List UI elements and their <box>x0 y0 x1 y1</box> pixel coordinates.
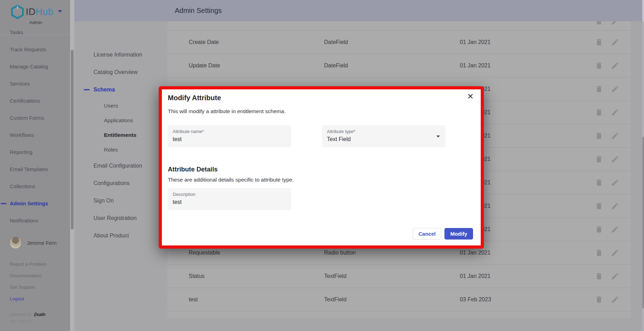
sidebar-item-admin-settings[interactable]: Admin Settings <box>0 195 70 212</box>
brand-name-primary: ID <box>26 7 36 17</box>
table-row-create-date: Create Date DateField 01 Jan 2021 <box>167 31 631 54</box>
cancel-button[interactable]: Cancel <box>413 228 441 240</box>
version-label: ver. master <box>10 319 31 324</box>
pencil-icon[interactable] <box>611 21 619 25</box>
brand-name: IDHub <box>26 7 53 17</box>
row-actions <box>595 272 619 280</box>
attribute-date-cell: 03 Feb 2023 <box>460 296 491 303</box>
sath-logo: ⟨/sath <box>33 311 45 317</box>
modal-subtitle: This will modify a attribute in entitlem… <box>168 108 286 115</box>
sidebar-footer: Report a ProblemDocumentationGet Support… <box>0 258 70 304</box>
sidebar-item-tasks[interactable]: Tasks <box>0 28 70 41</box>
trash-icon[interactable] <box>595 21 603 25</box>
attribute-type-value: Text Field <box>327 136 441 142</box>
table-row <box>167 21 631 31</box>
panel-item-configurations[interactable]: Configurations <box>74 175 167 192</box>
trash-icon[interactable] <box>595 61 603 70</box>
sidebar-footer-report-a-problem[interactable]: Report a Problem <box>0 258 70 270</box>
pencil-icon[interactable] <box>611 61 619 70</box>
panel-item-roles[interactable]: Roles <box>74 142 167 157</box>
sidebar-footer-documentation[interactable]: Documentation <box>0 270 70 281</box>
trash-icon[interactable] <box>595 85 603 93</box>
sidebar-item-notifications[interactable]: Notifications <box>0 212 70 224</box>
panel-item-entitlements[interactable]: Entitlements <box>74 128 167 142</box>
row-actions <box>595 108 619 117</box>
trash-icon[interactable] <box>595 132 603 140</box>
sidebar-item-custom-forms[interactable]: Custom Forms <box>0 109 70 126</box>
panel-item-about-product[interactable]: About Product <box>74 227 167 244</box>
pencil-icon[interactable] <box>611 155 619 163</box>
pencil-icon[interactable] <box>611 295 619 304</box>
sidebar-item-certifications[interactable]: Certifications <box>0 92 70 109</box>
row-actions <box>595 155 619 163</box>
panel-item-email-configuration[interactable]: Email Configuration <box>74 157 167 175</box>
trash-icon[interactable] <box>595 295 603 304</box>
trash-icon[interactable] <box>595 272 603 280</box>
chevron-down-icon[interactable] <box>58 10 62 13</box>
pencil-icon[interactable] <box>611 225 619 234</box>
sidebar-item-services[interactable]: Services <box>0 75 70 92</box>
attribute-name-cell: test <box>189 296 198 303</box>
close-icon[interactable]: ✕ <box>467 93 474 101</box>
trash-icon[interactable] <box>595 155 603 163</box>
attribute-type-cell: TextField <box>324 296 346 303</box>
brand-logo: IDHub <box>11 5 53 19</box>
pencil-icon[interactable] <box>611 108 619 117</box>
sidebar-footer-logout[interactable]: Logout <box>0 293 70 304</box>
attribute-date-cell: 01 Jan 2021 <box>460 62 491 69</box>
attribute-name-cell: Requestable <box>189 250 220 256</box>
attribute-details-caption: These are additional details specific to… <box>168 177 294 183</box>
trash-icon[interactable] <box>595 225 603 234</box>
attribute-type-select[interactable]: Attribute type* Text Field <box>322 125 445 147</box>
modify-attribute-modal: Modify Attribute ✕ This will modify a at… <box>159 86 484 249</box>
row-actions <box>595 38 619 46</box>
sidebar-footer-get-support[interactable]: Get Support <box>0 281 70 293</box>
modal-title: Modify Attribute <box>168 94 221 102</box>
pencil-icon[interactable] <box>611 249 619 257</box>
description-value: test <box>173 199 286 205</box>
attribute-name-label: Attribute name* <box>173 129 286 134</box>
sidebar-item-track-requests[interactable]: Track Requests <box>0 41 70 58</box>
trash-icon[interactable] <box>595 202 603 210</box>
avatar <box>9 237 22 249</box>
trash-icon[interactable] <box>595 178 603 187</box>
panel-item-sign-on[interactable]: Sign On <box>74 192 167 209</box>
trash-icon[interactable] <box>595 249 603 257</box>
panel-item-license-information[interactable]: License Information <box>74 46 167 64</box>
modify-button[interactable]: Modify <box>444 228 473 240</box>
pencil-icon[interactable] <box>611 85 619 93</box>
page-scrollbar-thumb[interactable] <box>642 137 644 309</box>
panel-item-user-registration[interactable]: User Registration <box>74 209 167 227</box>
attribute-name-cell: Update Date <box>189 62 220 69</box>
sidebar-item-collections[interactable]: Collections <box>0 178 70 195</box>
chevron-down-icon[interactable] <box>436 135 440 138</box>
powered-by: powered by ⟨/sath <box>10 311 45 317</box>
sidebar-scrollbar-thumb[interactable] <box>71 50 74 229</box>
pencil-icon[interactable] <box>611 272 619 280</box>
attribute-date-cell: 01 Jan 2021 <box>460 273 491 279</box>
table-row-update-date: Update Date DateField 01 Jan 2021 <box>167 54 631 78</box>
attribute-details-heading: Attribute Details <box>168 166 218 173</box>
pencil-icon[interactable] <box>611 38 619 46</box>
row-actions <box>595 225 619 234</box>
panel-item-applications[interactable]: Applications <box>74 113 167 128</box>
attribute-name-value: test <box>173 136 286 142</box>
panel-item-users[interactable]: Users <box>74 98 167 113</box>
pencil-icon[interactable] <box>611 202 619 210</box>
trash-icon[interactable] <box>595 108 603 117</box>
attribute-name-field[interactable]: Attribute name* test <box>168 125 291 147</box>
description-field[interactable]: Description test <box>168 188 291 210</box>
sidebar-item-reporting[interactable]: Reporting <box>0 144 70 161</box>
sidebar-item-workflows[interactable]: Workflows <box>0 126 70 144</box>
attribute-type-cell: TextField <box>324 273 346 279</box>
user-name: Jerome Fern <box>27 240 57 246</box>
sidebar-item-manage-catalog[interactable]: Manage Catalog <box>0 58 70 75</box>
sidebar-item-email-templates[interactable]: Email Templates <box>0 161 70 178</box>
user-profile[interactable]: Jerome Fern <box>9 237 57 249</box>
trash-icon[interactable] <box>595 38 603 46</box>
pencil-icon[interactable] <box>611 178 619 187</box>
pencil-icon[interactable] <box>611 132 619 140</box>
panel-item-catalog-overview[interactable]: Catalog Overview <box>74 64 167 81</box>
description-label: Description <box>173 192 286 197</box>
panel-item-schema[interactable]: Schema <box>74 81 167 98</box>
